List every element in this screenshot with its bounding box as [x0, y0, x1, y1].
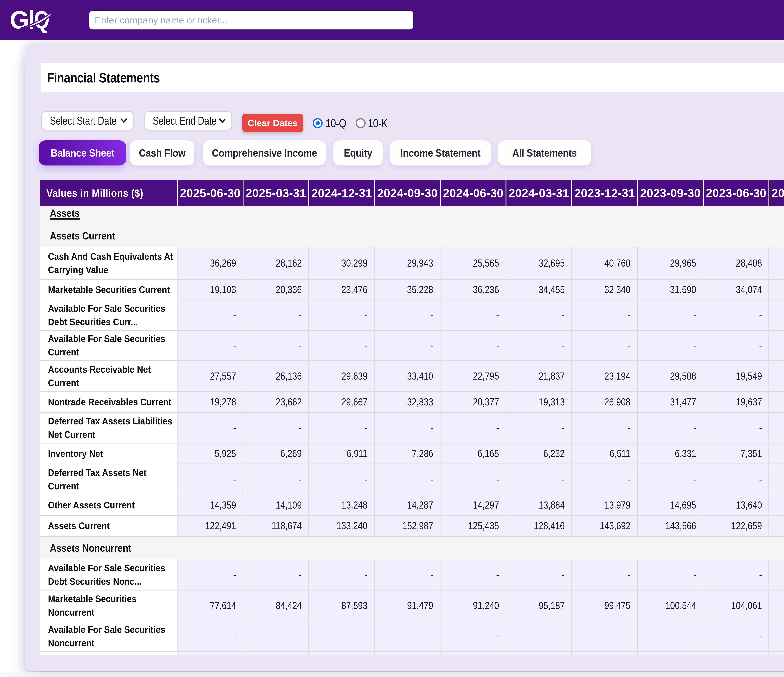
svg-text:G: G [10, 8, 29, 34]
